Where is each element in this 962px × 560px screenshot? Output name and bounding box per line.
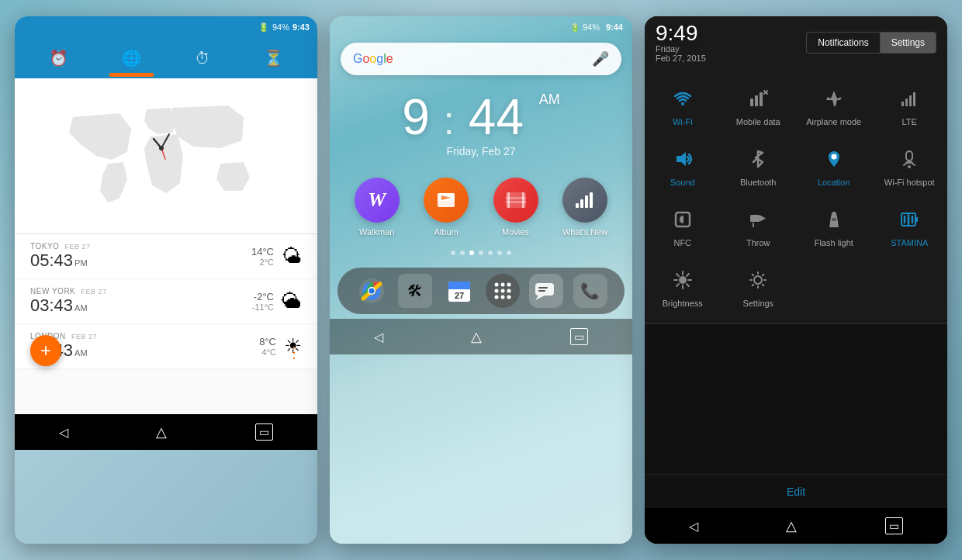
hotspot-icon <box>895 145 923 173</box>
page-dots <box>330 251 632 255</box>
svg-rect-44 <box>760 92 763 106</box>
status-bar-1: 🔋 94% 9:43 <box>15 16 317 38</box>
dot-7 <box>507 251 511 255</box>
dock-apps[interactable] <box>486 274 520 308</box>
dot-3 <box>469 251 474 255</box>
toggle-flashlight[interactable]: Flash light <box>796 196 872 257</box>
svg-rect-10 <box>506 197 526 199</box>
app-whatsnew[interactable]: What's New <box>562 178 607 237</box>
world-map-area <box>15 78 317 233</box>
toggle-grid: Wi-Fi Mobile data Airplane mode <box>645 69 947 324</box>
city-left-newyork: NEW YORK FEB 27 03:43AM <box>30 287 107 316</box>
battery-icon: 🔋 <box>258 22 269 33</box>
nav-back-3[interactable]: ◁ <box>689 519 698 534</box>
dot-4 <box>479 251 483 255</box>
tab-world[interactable]: 🌐 <box>109 43 154 74</box>
edit-button[interactable]: Edit <box>787 486 805 498</box>
toggle-location[interactable]: Location <box>796 136 872 196</box>
svg-rect-37 <box>535 283 554 296</box>
walkman-label: Walkman <box>359 227 394 237</box>
toggle-nfc[interactable]: NFC <box>645 196 721 257</box>
tab-stopwatch[interactable]: ⏳ <box>251 43 296 74</box>
city-right-newyork: -2°C -11°C 🌥 <box>252 289 302 313</box>
nav-back-1[interactable]: ◁ <box>59 425 68 440</box>
toggle-mobile-data[interactable]: Mobile data <box>721 75 797 136</box>
time-date-2: Friday, Feb 27 <box>330 145 632 157</box>
toggle-brightness[interactable]: Brightness <box>645 257 721 317</box>
toggle-sound[interactable]: Sound <box>645 136 721 196</box>
battery-icon-2: 🔋 <box>570 23 580 32</box>
app-grid: W Walkman Album <box>330 162 632 244</box>
tab-alarm[interactable]: ⏰ <box>36 43 81 74</box>
toggle-hotspot[interactable]: Wi-Fi hotspot <box>872 136 948 196</box>
fab-add-button[interactable]: + <box>30 335 61 366</box>
notifications-button[interactable]: Notifications <box>806 32 879 54</box>
time-section-3: 9:49 Friday Feb 27, 2015 <box>656 22 706 63</box>
more-options-button[interactable]: ⋮ <box>286 343 302 361</box>
location-label: Location <box>818 178 850 187</box>
svg-marker-38 <box>535 296 545 300</box>
svg-rect-15 <box>590 192 593 208</box>
city-right-tokyo: 14°C 2°C 🌤 <box>251 244 302 268</box>
status-icons-1: 🔋 94% <box>258 22 289 33</box>
time-hour: 9 <box>402 89 430 145</box>
flashlight-icon <box>820 206 848 233</box>
svg-rect-61 <box>915 217 918 222</box>
dock-chrome[interactable] <box>355 274 389 308</box>
time-ampm: AM <box>539 92 560 107</box>
dock-phone[interactable]: 📞 <box>573 274 607 308</box>
nav-recent-1[interactable]: ▭ <box>255 423 273 441</box>
svg-point-29 <box>501 283 505 287</box>
toggle-bluetooth[interactable]: Bluetooth <box>721 136 797 196</box>
movies-icon <box>493 178 538 223</box>
nav-recent-2[interactable]: ▭ <box>570 328 588 345</box>
svg-rect-48 <box>913 92 915 106</box>
mobile-data-label: Mobile data <box>736 117 780 126</box>
bottom-nav-3: ◁ △ ▭ <box>645 508 947 544</box>
dock-tools[interactable]: 🛠 <box>398 274 432 308</box>
dock-calendar[interactable]: 27 <box>442 274 476 308</box>
hotspot-label: Wi-Fi hotspot <box>884 178 935 187</box>
time-3: 9:49 <box>656 22 706 44</box>
svg-line-1 <box>161 134 169 148</box>
wifi-label: Wi-Fi <box>673 117 693 126</box>
dot-1 <box>451 251 455 255</box>
status-time-1: 9:43 <box>292 22 310 32</box>
google-search-bar[interactable]: Google 🎤 <box>341 43 621 75</box>
weather-icon-tokyo: 🌤 <box>282 244 302 268</box>
svg-rect-9 <box>522 192 524 208</box>
toggle-lte[interactable]: LTE <box>872 75 948 136</box>
lte-icon <box>895 85 923 112</box>
toggle-throw[interactable]: Throw <box>721 196 797 257</box>
nav-home-2[interactable]: △ <box>471 328 482 345</box>
toggle-settings[interactable]: Settings <box>721 257 797 317</box>
flashlight-label: Flash light <box>815 238 853 247</box>
toggle-stamina[interactable]: + STAMINA <box>872 196 948 257</box>
nav-back-2[interactable]: ◁ <box>374 330 383 344</box>
app-album[interactable]: Album <box>424 178 469 237</box>
svg-marker-57 <box>760 215 766 222</box>
settings-button[interactable]: Settings <box>880 32 936 54</box>
throw-label: Throw <box>746 238 770 247</box>
battery-2: 94% <box>583 22 600 32</box>
tab-timer[interactable]: ⏱ <box>182 43 223 74</box>
toggle-airplane[interactable]: Airplane mode <box>796 75 872 136</box>
throw-icon <box>744 206 772 233</box>
nav-home-3[interactable]: △ <box>786 517 797 534</box>
svg-rect-11 <box>506 201 526 203</box>
app-movies[interactable]: Movies <box>493 178 538 237</box>
mobile-data-icon <box>744 85 772 112</box>
toggle-wifi[interactable]: Wi-Fi <box>645 75 721 136</box>
mic-icon[interactable]: 🎤 <box>592 50 609 67</box>
app-walkman[interactable]: W Walkman <box>355 178 400 237</box>
time-min: 44 <box>469 89 524 145</box>
svg-point-41 <box>681 102 684 105</box>
svg-rect-26 <box>448 287 470 289</box>
svg-rect-43 <box>755 95 758 106</box>
svg-line-73 <box>687 274 689 276</box>
nav-recent-3[interactable]: ▭ <box>885 517 903 534</box>
dock-messages[interactable] <box>529 274 563 308</box>
svg-point-30 <box>507 283 511 287</box>
nav-home-1[interactable]: △ <box>156 423 167 441</box>
svg-rect-47 <box>909 95 912 106</box>
